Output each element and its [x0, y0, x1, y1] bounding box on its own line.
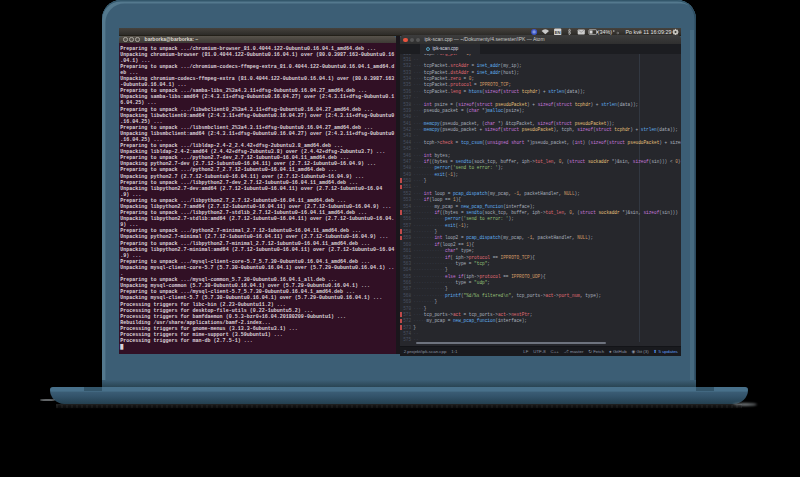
svg-text:EN: EN [554, 29, 560, 34]
